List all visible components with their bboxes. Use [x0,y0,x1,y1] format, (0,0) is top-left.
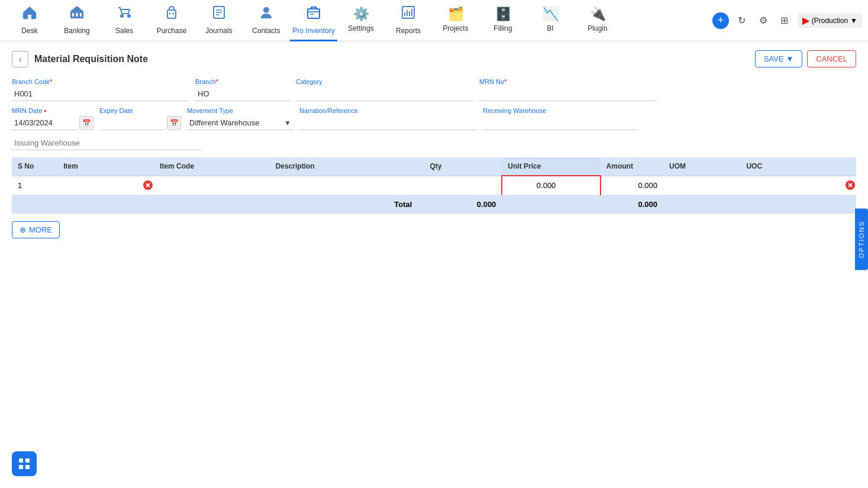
save-label: SAVE [764,54,784,63]
cell-item-code [154,176,270,195]
nav-item-filling[interactable]: 🗄️ Filling [479,0,527,41]
total-unit-price-empty [502,195,600,214]
page-header: ‹ Material Requisition Note SAVE ▼ CANCE… [12,50,856,67]
svg-point-11 [169,13,171,15]
cancel-button[interactable]: CANCEL [807,50,856,67]
svg-rect-18 [308,9,320,18]
item-code-input[interactable] [160,180,219,191]
add-button[interactable]: + [712,12,729,29]
cell-item [57,176,154,195]
branch-code-label: Branch Code* [12,78,189,85]
expiry-date-input[interactable] [99,116,164,130]
category-input[interactable] [296,87,473,101]
nav-item-bi[interactable]: 📉 BI [527,0,574,41]
nav-item-purchase[interactable]: Purchase [148,0,195,41]
uom-input[interactable] [669,180,705,191]
unit-price-input[interactable] [508,180,556,191]
nav-label-purchase: Purchase [157,27,187,35]
back-button[interactable]: ‹ [12,51,28,67]
cell-qty [424,176,502,195]
cell-uoc [740,176,856,195]
grid-button[interactable]: ⊞ [776,12,793,29]
total-uom-empty [663,195,740,214]
nav-item-banking[interactable]: Banking [53,0,101,41]
svg-marker-4 [70,6,83,11]
table-wrapper: S No Item Item Code Description Qty Unit… [12,157,856,214]
items-table: S No Item Item Code Description Qty Unit… [12,157,856,214]
svg-rect-5 [72,13,74,17]
nav-label-plugin: Plugin [588,24,607,33]
cell-unit-price[interactable] [502,176,600,195]
qty-input[interactable] [430,180,465,191]
remove-row-button[interactable] [143,180,153,190]
nav-item-plugin[interactable]: 🔌 Plugin [574,0,621,41]
gear-button[interactable]: ⚙ [755,12,772,29]
mrn-date-calendar-btn[interactable]: 📅 [79,116,93,130]
plugin-icon: 🔌 [590,7,606,22]
narration-label: Narration/Reference [299,107,477,114]
item-input[interactable] [63,180,111,191]
col-uoc: UOC [740,157,856,176]
form-row-2: MRN Date • 📅 Expiry Date 📅 Movement Type [12,107,856,130]
nav-item-projects[interactable]: 🗂️ Projects [432,0,479,41]
col-unit-price: Unit Price [502,157,600,176]
svg-point-8 [120,14,124,18]
movement-type-group: Movement Type Different Warehouse Same W… [187,107,293,130]
movement-type-label: Movement Type [187,107,293,114]
mrn-date-input[interactable] [12,116,77,130]
filling-icon: 🗄️ [495,7,511,22]
expiry-date-wrapper: 📅 [99,116,181,130]
top-navigation: Desk Banking [0,0,868,41]
banking-icon [69,4,85,24]
projects-icon: 🗂️ [448,7,464,22]
svg-marker-1 [23,7,36,12]
desk-icon [21,4,38,24]
total-label: Total [12,195,424,214]
more-button[interactable]: ⊕ MORE [12,221,60,238]
narration-input[interactable] [299,116,477,130]
mrn-date-wrapper: 📅 [12,116,93,130]
save-button[interactable]: SAVE ▼ [755,50,803,67]
remove-uoc-button[interactable] [846,180,855,190]
expiry-date-calendar-btn[interactable]: 📅 [167,116,181,130]
mrn-no-input[interactable] [479,87,657,101]
description-input[interactable] [276,180,359,191]
total-uoc-empty [740,195,856,214]
contacts-icon [258,4,275,24]
options-tab[interactable]: OPTIONS [855,209,868,248]
pro-inventory-icon [305,4,322,24]
issuing-warehouse-input[interactable] [12,136,201,150]
nav-item-sales[interactable]: Sales [101,0,148,41]
expiry-date-group: Expiry Date 📅 [99,107,181,130]
close-circle-icon-uoc [846,180,855,190]
cell-description [270,176,424,195]
form-row-1: Branch Code* Branch* Category MRN No* [12,78,856,101]
nav-label-desk: Desk [21,27,37,35]
youtube-badge[interactable]: ▶ (Production ▼ [798,13,862,28]
svg-rect-7 [80,13,82,17]
total-row: Total 0.000 0.000 [12,195,856,214]
nav-label-pro-inventory: Pro Inventory [292,27,334,35]
nav-item-pro-inventory[interactable]: Pro Inventory [290,0,337,41]
nav-item-reports[interactable]: Reports [385,0,432,41]
refresh-button[interactable]: ↻ [734,12,750,29]
branch-input[interactable] [195,87,290,101]
col-qty: Qty [424,157,502,176]
table-row: 1 [12,176,856,195]
nav-label-reports: Reports [396,27,421,35]
nav-label-banking: Banking [64,27,89,35]
uoc-input[interactable] [746,180,793,191]
nav-item-settings[interactable]: ⚙️ Settings [337,0,385,41]
mrn-no-label: MRN No* [479,78,657,85]
branch-group: Branch* [195,78,290,101]
nav-item-desk[interactable]: Desk [6,0,53,41]
narration-group: Narration/Reference [299,107,477,130]
nav-item-contacts[interactable]: Contacts [243,0,290,41]
movement-type-select[interactable]: Different Warehouse Same Warehouse Trans… [187,116,293,130]
nav-label-sales: Sales [115,27,133,35]
branch-code-input[interactable] [12,87,189,101]
nav-item-journals[interactable]: Journals [195,0,243,41]
receiving-warehouse-input[interactable] [483,116,637,130]
nav-right: + ↻ ⚙ ⊞ ▶ (Production ▼ [712,12,862,29]
nav-label-projects: Projects [443,24,468,33]
